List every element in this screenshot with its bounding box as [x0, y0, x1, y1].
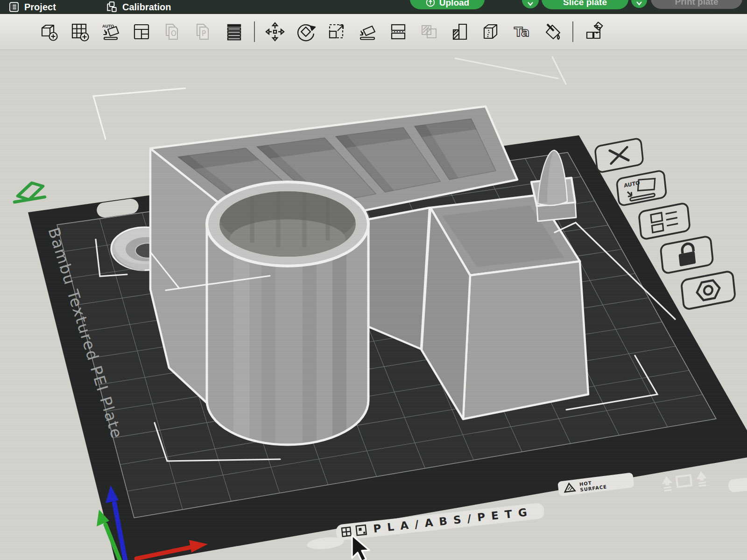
lift-arrow-icon: [696, 471, 708, 487]
text-tool-button[interactable]: Ta: [506, 18, 537, 46]
assembly-view-icon: [582, 21, 605, 43]
menu-calibration-label: Calibration: [122, 2, 171, 13]
support-painting-icon: [449, 21, 471, 43]
add-plate-icon: [69, 21, 91, 43]
arrange-icon: [130, 21, 153, 43]
chevron-down-icon: [527, 1, 534, 7]
move-icon: [264, 21, 286, 43]
color-painting-button[interactable]: [537, 18, 568, 46]
mesh-boolean-icon: [418, 21, 440, 43]
project-icon: [8, 1, 20, 13]
svg-text:P: P: [202, 29, 206, 38]
main-toolbar: AUTO O P: [0, 14, 747, 50]
upload-label: Upload: [439, 0, 469, 8]
print-plate-button[interactable]: Print plate: [651, 0, 742, 9]
viewport-3d-scene: Bambu Textured PEI Plate: [0, 0, 747, 560]
cut-icon: [387, 21, 409, 43]
arrange-plate-button[interactable]: [639, 203, 690, 239]
split-to-objects-icon: O: [161, 21, 183, 43]
variable-layer-height-icon: [223, 21, 245, 43]
mouse-cursor: [352, 535, 369, 560]
lock-plate-button[interactable]: [660, 236, 713, 274]
svg-text:O: O: [171, 29, 176, 38]
seam-painting-button[interactable]: [475, 18, 506, 46]
split-to-objects-button[interactable]: O: [157, 18, 188, 46]
calibration-icon: [106, 1, 118, 13]
add-object-button[interactable]: [34, 18, 64, 46]
plate-settings-button[interactable]: [681, 271, 736, 310]
seam-painting-icon: [479, 21, 502, 43]
menu-calibration[interactable]: Calibration: [106, 0, 171, 14]
variable-layer-height-button[interactable]: [218, 18, 249, 46]
chevron-down-icon: [635, 0, 643, 6]
plate-clip-slot: [677, 475, 691, 487]
delete-all-plate-button[interactable]: [595, 138, 643, 173]
lay-on-face-icon: [356, 21, 379, 43]
auto-orient-plate-button[interactable]: AUTO: [616, 170, 666, 206]
auto-orient-button[interactable]: AUTO: [95, 18, 126, 46]
text-tool-icon: Ta: [510, 21, 533, 43]
plate-handle-tab: [728, 474, 747, 493]
print-plate-label: Print plate: [675, 0, 719, 7]
slice-plate-button[interactable]: Slice plate: [542, 0, 628, 9]
split-to-parts-button[interactable]: P: [188, 18, 218, 46]
assembly-view-button[interactable]: [578, 18, 609, 46]
svg-text:Ta: Ta: [514, 25, 529, 39]
scale-button[interactable]: [321, 18, 352, 46]
split-to-parts-icon: P: [192, 21, 214, 43]
rotate-button[interactable]: [290, 18, 321, 46]
mesh-boolean-button[interactable]: [414, 18, 444, 46]
add-plate-button[interactable]: [64, 18, 95, 46]
move-button[interactable]: [260, 18, 290, 46]
slice-plate-label: Slice plate: [563, 0, 607, 7]
scale-icon: [325, 21, 348, 43]
upload-dropdown-button[interactable]: [522, 0, 539, 8]
top-bar: Project Calibration Upload Slice plate P…: [0, 0, 747, 14]
rotate-icon: [295, 21, 317, 43]
upload-icon: [425, 0, 436, 7]
add-object-icon: [38, 21, 60, 43]
arrange-button[interactable]: [126, 18, 157, 46]
toolbar-separator: [572, 21, 573, 42]
lay-on-face-button[interactable]: [352, 18, 383, 46]
color-painting-icon: [541, 21, 564, 43]
slice-dropdown-button[interactable]: [631, 0, 647, 8]
cut-button[interactable]: [383, 18, 414, 46]
bambu-studio-window: Bambu Textured PEI Plate: [0, 0, 747, 560]
menu-project[interactable]: Project: [8, 0, 56, 14]
cylinder-cup: [207, 182, 368, 448]
support-painting-button[interactable]: [444, 18, 475, 46]
upload-button[interactable]: Upload: [410, 0, 485, 9]
auto-orient-icon: AUTO: [99, 21, 122, 43]
menu-project-label: Project: [24, 2, 56, 13]
lift-arrow-icon: [661, 476, 673, 492]
lay-flat-indicator-icon: [14, 183, 45, 202]
toolbar-separator: [254, 21, 255, 42]
